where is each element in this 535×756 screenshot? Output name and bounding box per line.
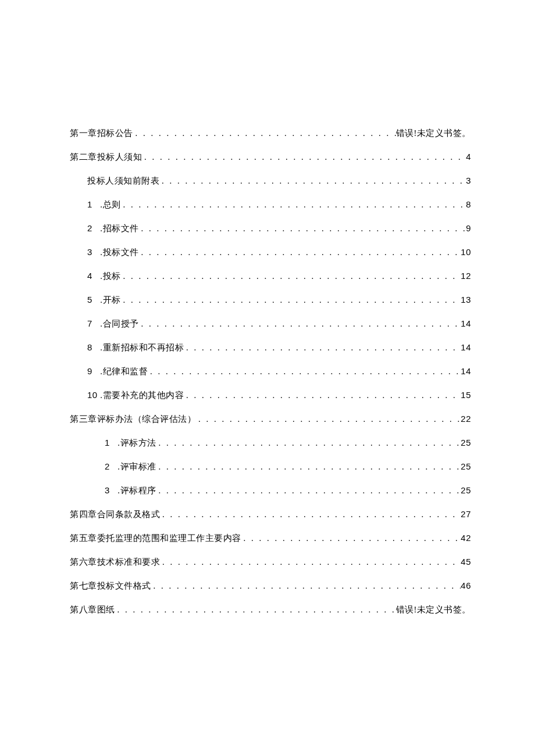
toc-label: 第五章委托监理的范围和监理工作主要内容	[70, 533, 241, 544]
toc-page: 13	[461, 295, 471, 304]
toc-title: .评审标准	[117, 462, 156, 471]
toc-entry: 4 .投标12	[70, 271, 471, 282]
toc-page: 42	[461, 533, 471, 543]
toc-entry: 第四章合同条款及格式27	[70, 509, 471, 520]
toc-leader-dots	[160, 557, 461, 567]
toc-leader-dots	[184, 390, 461, 400]
toc-label: 第八章图纸	[70, 604, 115, 615]
toc-entry: 2 .评审标准25	[70, 461, 471, 472]
toc-page: 14	[461, 342, 471, 352]
toc-title: 第八章图纸	[70, 605, 115, 614]
toc-label: 第三章评标办法（综合评估法）	[70, 414, 196, 425]
toc-leader-dots	[151, 581, 461, 591]
toc-entry: 10 .需要补充的其他内容15	[70, 390, 471, 401]
toc-label: 5 .开标	[87, 295, 121, 306]
toc-label: 3 .评标程序	[105, 485, 156, 496]
toc-title: .纪律和监督	[100, 367, 148, 376]
toc-entry: 5 .开标13	[70, 295, 471, 306]
toc-leader-dots	[121, 295, 461, 305]
toc-page: 14	[461, 366, 471, 376]
toc-leader-dots	[142, 152, 466, 162]
toc-leader-dots	[133, 128, 396, 138]
toc-label: 投标人须知前附表	[87, 175, 159, 187]
toc-number: 3	[105, 485, 115, 495]
toc-number: 9	[87, 366, 98, 376]
toc-page: 25	[461, 485, 471, 495]
toc-number: 8	[87, 342, 98, 352]
toc-label: 2 .招标文件	[87, 223, 139, 234]
toc-page: 错误!未定义书签。	[396, 128, 472, 139]
toc-entry: 1 .评标方法25	[70, 438, 471, 449]
toc-label: 1 .总则	[87, 199, 121, 210]
toc-label: 第七章投标文件格式	[70, 581, 151, 592]
toc-label: 第二章投标人须知	[70, 152, 142, 163]
toc-title: 第三章评标办法（综合评估法）	[70, 414, 196, 424]
toc-entry: 1 .总则8	[70, 199, 471, 210]
toc-leader-dots	[139, 224, 466, 234]
toc-entry: 第一章招标公告错误!未定义书签。	[70, 128, 471, 139]
toc-number: 3	[87, 247, 98, 257]
toc-leader-dots	[121, 200, 466, 210]
toc-entry: 第三章评标办法（综合评估法）22	[70, 414, 471, 425]
toc-label: 1 .评标方法	[105, 438, 156, 449]
toc-title: .总则	[100, 200, 120, 209]
toc-title: 第六章技术标准和要求	[70, 557, 160, 567]
toc-leader-dots	[196, 414, 461, 424]
toc-leader-dots	[241, 533, 461, 543]
toc-leader-dots	[184, 343, 461, 353]
toc-leader-dots	[121, 271, 461, 281]
toc-leader-dots	[115, 605, 396, 615]
toc-page: 10	[461, 247, 471, 257]
toc-number: 7	[87, 318, 98, 328]
toc-label: 4 .投标	[87, 271, 121, 282]
toc-leader-dots	[159, 176, 466, 186]
toc-title: .投标	[100, 271, 120, 281]
toc-leader-dots	[139, 248, 461, 257]
toc-title: .开标	[100, 295, 120, 304]
toc-entry: 第八章图纸错误!未定义书签。	[70, 604, 471, 615]
toc-label: 第一章招标公告	[70, 128, 133, 139]
toc-page: 27	[461, 509, 471, 519]
toc-title: .投标文件	[100, 248, 138, 257]
toc-page: 12	[461, 271, 471, 281]
toc-number: 2	[105, 461, 115, 471]
toc-page: 22	[461, 414, 471, 424]
table-of-contents: 第一章招标公告错误!未定义书签。第二章投标人须知4投标人须知前附表31 .总则8…	[70, 128, 471, 615]
toc-page: 45	[461, 557, 471, 567]
toc-page: 错误!未定义书签。	[396, 604, 472, 615]
toc-title: 第一章招标公告	[70, 128, 133, 138]
toc-label: 10 .需要补充的其他内容	[87, 390, 184, 401]
toc-title: .招标文件	[100, 224, 138, 233]
toc-title: .需要补充的其他内容	[100, 390, 184, 400]
toc-title: 第二章投标人须知	[70, 152, 142, 162]
toc-page: 4	[466, 152, 471, 162]
toc-entry: 第五章委托监理的范围和监理工作主要内容42	[70, 533, 471, 544]
toc-number: 2	[87, 223, 98, 233]
toc-label: 9 .纪律和监督	[87, 366, 148, 377]
toc-entry: 7 .合同授予14	[70, 318, 471, 329]
toc-page: 15	[461, 390, 471, 400]
toc-label: 第六章技术标准和要求	[70, 557, 160, 568]
toc-entry: 投标人须知前附表3	[70, 175, 471, 187]
toc-title: .重新招标和不再招标	[100, 343, 184, 352]
toc-number: 1	[105, 438, 115, 447]
toc-title: 投标人须知前附表	[87, 176, 159, 185]
toc-entry: 第二章投标人须知4	[70, 152, 471, 163]
toc-label: 2 .评审标准	[105, 461, 156, 472]
toc-title: .评标方法	[117, 438, 156, 447]
toc-entry: 8 .重新招标和不再招标14	[70, 342, 471, 353]
toc-leader-dots	[156, 438, 461, 448]
toc-title: .合同授予	[100, 319, 138, 328]
toc-number: 4	[87, 271, 98, 281]
toc-number: 1	[87, 199, 98, 209]
toc-label: 7 .合同授予	[87, 318, 139, 329]
toc-leader-dots	[160, 510, 461, 519]
toc-leader-dots	[148, 367, 461, 377]
toc-number: 5	[87, 295, 98, 304]
toc-page: 46	[461, 581, 471, 590]
toc-entry: 3 .评标程序25	[70, 485, 471, 496]
toc-leader-dots	[156, 462, 461, 472]
toc-entry: 9 .纪律和监督14	[70, 366, 471, 377]
toc-page: 8	[466, 199, 471, 209]
toc-page: 25	[461, 461, 471, 471]
